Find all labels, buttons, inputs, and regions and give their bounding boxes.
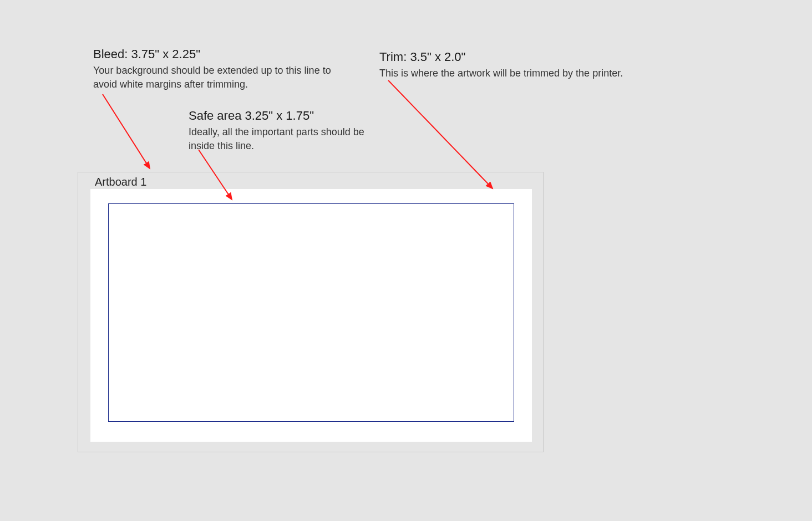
bleed-annotation: Bleed: 3.75" x 2.25" Your background sho… bbox=[93, 47, 337, 91]
safe-annotation: Safe area 3.25" x 1.75" Ideally, all the… bbox=[189, 109, 388, 153]
artboard-container: Artboard 1 bbox=[78, 172, 544, 452]
safe-area bbox=[113, 208, 511, 418]
trim-annotation-description: This is where the artwork will be trimme… bbox=[379, 67, 657, 80]
bleed-annotation-description: Your background should be extended up to… bbox=[93, 64, 337, 91]
safe-annotation-description: Ideally, all the important parts should … bbox=[189, 125, 388, 153]
artboard-label: Artboard 1 bbox=[95, 176, 146, 188]
bleed-arrow-icon bbox=[103, 94, 150, 168]
bleed-annotation-title: Bleed: 3.75" x 2.25" bbox=[93, 47, 337, 62]
trim-annotation: Trim: 3.5" x 2.0" This is where the artw… bbox=[379, 50, 657, 80]
bleed-area bbox=[90, 189, 532, 442]
trim-area bbox=[108, 203, 514, 422]
trim-annotation-title: Trim: 3.5" x 2.0" bbox=[379, 50, 657, 64]
safe-annotation-title: Safe area 3.25" x 1.75" bbox=[189, 109, 388, 123]
